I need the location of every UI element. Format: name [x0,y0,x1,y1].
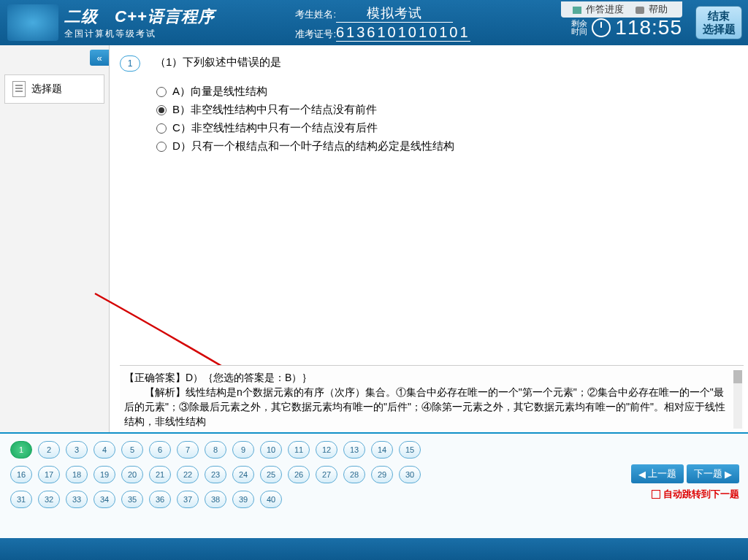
question-bubble-24[interactable]: 24 [232,466,254,483]
timer-label: 剩余 时间 [571,20,587,36]
question-bubble-29[interactable]: 29 [371,466,393,483]
radio-icon [156,87,167,97]
option-label: D）只有一个根结点和一个叶子结点的结构必定是线性结构 [172,139,454,153]
option-label: B）非空线性结构中只有一个结点没有前件 [172,103,377,117]
prev-question-button[interactable]: ◀上一题 [631,464,684,483]
question-number-badge: 1 [120,55,140,72]
radio-icon [156,123,167,134]
question-bubble-1[interactable]: 1 [10,441,32,459]
chevron-left-icon: ◀ [638,469,646,480]
option-A[interactable]: A）向量是线性结构 [156,85,733,99]
option-D[interactable]: D）只有一个根结点和一个叶子结点的结构必定是线性结构 [156,139,733,153]
question-bubble-16[interactable]: 16 [10,466,32,483]
question-bubble-32[interactable]: 32 [38,491,60,508]
scrollbar[interactable] [733,370,742,429]
candidate-info: 考生姓名: 模拟考试 准考证号: 6136101010101 [292,4,470,42]
question-bubble-19[interactable]: 19 [94,466,115,483]
sidebar-item-choice[interactable]: 选择题 [4,74,104,104]
question-bubble-26[interactable]: 26 [288,466,310,483]
question-bubble-2[interactable]: 2 [38,441,60,459]
progress-link[interactable]: 作答进度 [573,4,627,15]
question-bubble-36[interactable]: 36 [149,491,171,508]
name-label: 考生姓名: [292,8,336,21]
end-section-button[interactable]: 结束 选择题 [695,6,742,39]
question-bubble-38[interactable]: 38 [205,491,226,508]
document-icon [12,81,26,97]
question-bubble-30[interactable]: 30 [399,466,421,483]
top-links: 作答进度 帮助 [561,1,682,18]
question-bubble-34[interactable]: 34 [94,491,115,508]
option-B[interactable]: B）非空线性结构中只有一个结点没有前件 [156,103,733,117]
question-bubble-14[interactable]: 14 [371,441,393,459]
question-bubble-15[interactable]: 15 [399,441,421,459]
logo-icon [7,4,58,41]
auto-jump-toggle[interactable]: 自动跳转到下一题 [652,488,739,501]
question-bubble-5[interactable]: 5 [121,441,143,459]
option-label: C）非空线性结构中只有一个结点没有后件 [172,121,378,135]
sub-title: 全国计算机等级考试 [64,28,215,40]
question-bubble-27[interactable]: 27 [316,466,337,483]
question-bubble-37[interactable]: 37 [177,491,199,508]
timer-block: 剩余 时间 118:55 [571,16,682,39]
question-bubble-20[interactable]: 20 [121,466,143,483]
question-bubble-31[interactable]: 31 [10,491,32,508]
question-bubble-39[interactable]: 39 [232,491,254,508]
question-bubble-13[interactable]: 13 [343,441,365,459]
bubble-grid: 1234567891011121314151617181920212223242… [7,441,631,508]
question-bubble-8[interactable]: 8 [205,441,226,459]
id-label: 准考证号: [292,28,336,41]
id-value: 6136101010101 [336,24,470,42]
help-icon [636,7,644,14]
question-bubble-40[interactable]: 40 [260,491,282,508]
answer-explanation-box: 【正确答案】D）｛您选的答案是：B）｝ 【解析】线性结构是n个数据元素的有序（次… [120,365,744,432]
question-bubble-35[interactable]: 35 [121,491,143,508]
sidebar-item-label: 选择题 [31,83,62,96]
question-bubble-7[interactable]: 7 [177,441,199,459]
checkbox-icon [652,490,660,499]
question-text: （1）下列叙述中错误的是 [155,55,281,69]
collapse-sidebar-button[interactable]: « [90,50,109,66]
question-bubble-11[interactable]: 11 [288,441,310,459]
question-bubble-21[interactable]: 21 [149,466,171,483]
timer-value: 118:55 [615,16,682,39]
question-bubble-3[interactable]: 3 [66,441,88,459]
question-panel: 1 （1）下列叙述中错误的是 A）向量是线性结构B）非空线性结构中只有一个结点没… [110,45,748,432]
radio-icon [156,142,167,152]
question-bubble-12[interactable]: 12 [316,441,337,459]
options-list: A）向量是线性结构B）非空线性结构中只有一个结点没有前件C）非空线性结构中只有一… [156,85,733,153]
next-question-button[interactable]: 下一题▶ [687,464,739,483]
auto-jump-label: 自动跳转到下一题 [663,488,739,501]
footer-bar [0,538,748,560]
question-bubble-33[interactable]: 33 [66,491,88,508]
question-bubble-9[interactable]: 9 [232,441,254,459]
question-bubble-10[interactable]: 10 [260,441,282,459]
correct-answer-line: 【正确答案】D）｛您选的答案是：B）｝ [124,370,730,385]
question-bubble-22[interactable]: 22 [177,466,199,483]
progress-icon [573,7,581,14]
help-link[interactable]: 帮助 [636,4,671,15]
question-nav-panel: 1234567891011121314151617181920212223242… [0,432,748,538]
logo-area: 二级 C++语言程序 全国计算机等级考试 [0,4,278,41]
question-bubble-4[interactable]: 4 [94,441,115,459]
sidebar: « 选择题 [0,45,110,432]
clock-icon [592,18,611,37]
app-header: 二级 C++语言程序 全国计算机等级考试 考生姓名: 模拟考试 准考证号: 61… [0,0,748,45]
question-bubble-25[interactable]: 25 [260,466,282,483]
main-title: 二级 C++语言程序 [64,6,215,28]
question-bubble-28[interactable]: 28 [343,466,365,483]
option-C[interactable]: C）非空线性结构中只有一个结点没有后件 [156,121,733,135]
explanation-text: 【解析】线性结构是n个数据元素的有序（次序）集合。①集合中必存在唯一的一个"第一… [124,385,730,429]
option-label: A）向量是线性结构 [172,85,267,99]
question-bubble-6[interactable]: 6 [149,441,171,459]
radio-icon [156,105,167,115]
question-bubble-17[interactable]: 17 [38,466,60,483]
question-bubble-18[interactable]: 18 [66,466,88,483]
question-bubble-23[interactable]: 23 [205,466,226,483]
name-value: 模拟考试 [336,4,453,23]
chevron-right-icon: ▶ [725,469,732,480]
